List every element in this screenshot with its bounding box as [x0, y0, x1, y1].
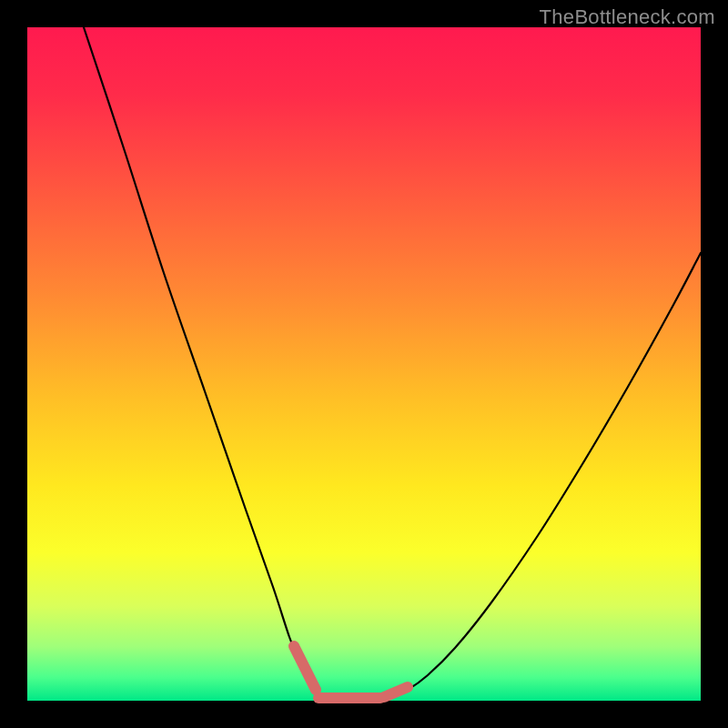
chart-canvas: TheBottleneck.com — [0, 0, 728, 728]
bottleneck-chart — [0, 0, 728, 728]
watermark-label: TheBottleneck.com — [540, 5, 715, 29]
gradient-plot-area — [27, 27, 701, 701]
